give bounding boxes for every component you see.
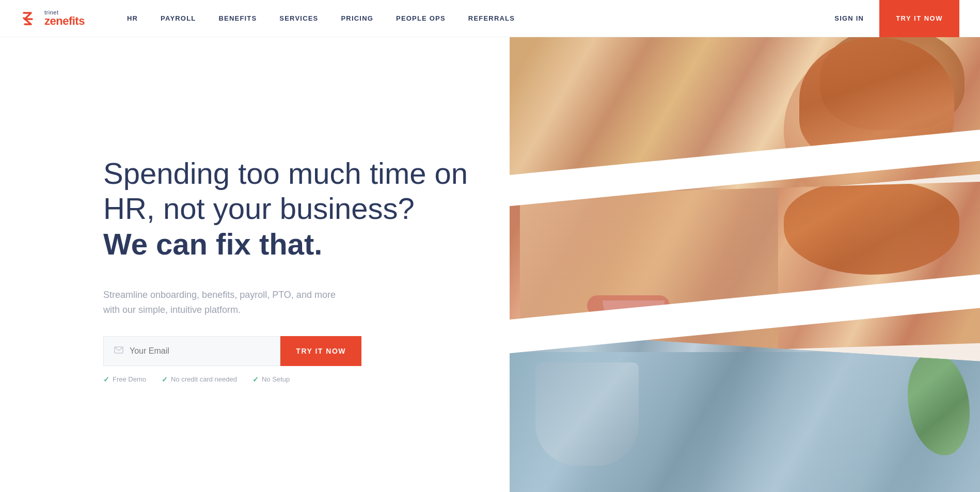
perk-no-setup-check: ✓	[252, 375, 259, 384]
site-header: trinet zenefits HR PAYROLL BENEFITS SERV…	[0, 0, 980, 37]
email-icon	[114, 346, 123, 356]
email-input-container	[103, 336, 280, 366]
zenefits-logo-icon	[21, 9, 40, 28]
email-form: TRY IT NOW	[103, 336, 361, 366]
hero-left-section: Spending too much time on HR, not your b…	[0, 37, 510, 492]
perk-free-demo-label: Free Demo	[113, 375, 146, 383]
perks-list: ✓ Free Demo ✓ No credit card needed ✓ No…	[103, 375, 468, 384]
nav-item-people-ops[interactable]: PEOPLE OPS	[385, 14, 457, 22]
nav-item-payroll[interactable]: PAYROLL	[149, 14, 207, 22]
nav-item-services[interactable]: SERVICES	[268, 14, 329, 22]
nav-item-benefits[interactable]: BENEFITS	[207, 14, 268, 22]
perk-no-setup: ✓ No Setup	[252, 375, 290, 384]
form-try-now-button[interactable]: TRY IT NOW	[280, 336, 361, 366]
perk-no-credit-card: ✓ No credit card needed	[162, 375, 237, 384]
header-try-now-button[interactable]: TRY IT NOW	[879, 0, 959, 37]
main-nav: HR PAYROLL BENEFITS SERVICES PRICING PEO…	[116, 14, 879, 22]
nav-item-hr[interactable]: HR	[116, 14, 149, 22]
email-input[interactable]	[130, 346, 270, 356]
perk-no-credit-card-label: No credit card needed	[171, 375, 237, 383]
perk-free-demo-check: ✓	[103, 375, 109, 384]
hero-right-section	[510, 37, 980, 492]
nav-item-referrals[interactable]: REFERRALS	[457, 14, 526, 22]
sign-in-link[interactable]: SIGN IN	[819, 14, 879, 22]
nav-item-pricing[interactable]: PRICING	[329, 14, 385, 22]
logo[interactable]: trinet zenefits	[21, 9, 85, 28]
perk-free-demo: ✓ Free Demo	[103, 375, 146, 384]
hero-headline: Spending too much time on HR, not your b…	[103, 156, 468, 262]
hero-headline-normal: Spending too much time on HR, not your b…	[103, 156, 468, 225]
hero-subtext: Streamline onboarding, benefits, payroll…	[103, 288, 351, 318]
main-content: Spending too much time on HR, not your b…	[0, 37, 980, 492]
perk-no-credit-card-check: ✓	[162, 375, 168, 384]
logo-zenefits-text: zenefits	[44, 15, 85, 27]
perk-no-setup-label: No Setup	[262, 375, 290, 383]
hero-headline-bold: We can fix that.	[103, 227, 322, 261]
